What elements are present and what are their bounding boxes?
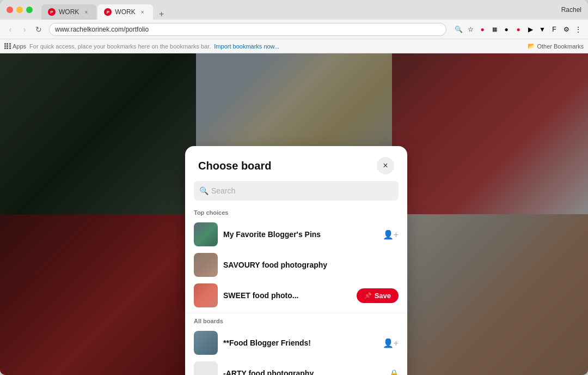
url-text: www.rachelkorinek.com/portfolio — [55, 26, 149, 33]
board-thumb-5 — [194, 361, 218, 375]
board-info-1: My Favorite Blogger's Pins — [223, 230, 377, 239]
ext7-icon[interactable]: ⚙ — [561, 24, 572, 35]
board-action-5: 🔒 — [389, 368, 399, 375]
collab-icon-1: 👤+ — [383, 230, 399, 239]
board-name-1: My Favorite Blogger's Pins — [223, 230, 377, 239]
new-tab-button[interactable]: + — [154, 9, 169, 20]
ext4-icon[interactable]: ▶ — [525, 24, 536, 35]
board-item-2[interactable]: SAVOURY food photography — [185, 250, 407, 280]
board-name-4: **Food Blogger Friends! — [223, 338, 377, 347]
nav-bar: ‹ › ↻ www.rachelkorinek.com/portfolio 🔍 … — [0, 20, 588, 39]
search-input[interactable] — [194, 181, 399, 201]
search-icon[interactable]: 🔍 — [453, 24, 464, 35]
ext1-icon[interactable]: ▦ — [489, 24, 500, 35]
tabs: P WORK × P WORK × + — [41, 0, 169, 20]
ext5-icon[interactable]: ▼ — [537, 24, 548, 35]
save-button-label: Save — [375, 292, 391, 300]
board-thumb-3 — [194, 283, 218, 307]
board-action-1: 👤+ — [383, 229, 399, 240]
forward-button[interactable]: › — [19, 23, 30, 35]
top-choices-label: Top choices — [185, 207, 407, 219]
close-button[interactable] — [7, 7, 13, 13]
board-action-3: 📌 Save — [357, 288, 399, 303]
lock-icon: 🔒 — [389, 369, 399, 375]
back-button[interactable]: ‹ — [4, 23, 16, 35]
maximize-button[interactable] — [26, 7, 33, 13]
apps-button[interactable]: Apps — [4, 43, 26, 50]
tab-label-2: WORK — [115, 8, 135, 16]
bookmark-icon[interactable]: ☆ — [465, 24, 476, 35]
board-thumb-4 — [194, 331, 218, 355]
search-icon: 🔍 — [199, 186, 209, 195]
tab-work-1[interactable]: P WORK × — [41, 4, 96, 20]
bookmarks-quick-access: For quick access, place your bookmarks h… — [29, 43, 211, 50]
page-content: Rachel Korinek Food Photographer Passion… — [0, 53, 588, 375]
all-boards-label: All boards — [185, 316, 407, 328]
modal-close-button[interactable]: × — [377, 157, 394, 174]
title-bar: P WORK × P WORK × + Rachel — [0, 0, 588, 20]
top-choices-list: My Favorite Blogger's Pins 👤+ SAVOURY fo… — [185, 219, 407, 311]
ext3-icon[interactable]: ● — [513, 24, 524, 35]
board-item-3[interactable]: SWEET food photo... 📌 Save — [185, 280, 407, 311]
import-link[interactable]: Import bookmarks now... — [214, 43, 279, 50]
modal-header: Choose board × — [185, 146, 407, 181]
tab-close-1[interactable]: × — [82, 8, 90, 16]
pinterest-icon: ● — [477, 24, 488, 35]
user-name: Rachel — [561, 6, 581, 14]
choose-board-modal: Choose board × 🔍 Top choices My Favorite… — [185, 146, 407, 375]
ext2-icon[interactable]: ● — [501, 24, 512, 35]
minimize-button[interactable] — [16, 7, 23, 13]
board-item-4[interactable]: **Food Blogger Friends! 👤+ — [185, 328, 407, 358]
tab-label-1: WORK — [59, 8, 79, 16]
reload-button[interactable]: ↻ — [33, 23, 45, 35]
board-info-4: **Food Blogger Friends! — [223, 338, 377, 347]
traffic-lights — [7, 7, 33, 13]
board-action-4: 👤+ — [383, 338, 399, 348]
bookmarks-bar: Apps For quick access, place your bookma… — [0, 39, 588, 53]
board-name-5: -ARTY food photography — [223, 369, 384, 375]
board-info-2: SAVOURY food photography — [223, 261, 399, 269]
all-boards-list: **Food Blogger Friends! 👤+ -ARTY food ph… — [185, 328, 407, 375]
board-item-5[interactable]: -ARTY food photography 🔒 — [185, 358, 407, 375]
collab-icon-4: 👤+ — [383, 338, 399, 348]
browser-window: P WORK × P WORK × + Rachel ‹ › ↻ www.rac… — [0, 0, 588, 375]
board-info-3: SWEET food photo... — [223, 291, 351, 300]
other-bookmarks[interactable]: 📂 Other Bookmarks — [528, 43, 584, 50]
board-thumb-2 — [194, 253, 218, 277]
save-pin-icon: 📌 — [364, 292, 372, 299]
apps-grid-icon — [4, 43, 11, 50]
tab-favicon-1: P — [48, 8, 56, 16]
modal-search: 🔍 — [194, 181, 399, 201]
board-name-3: SWEET food photo... — [223, 291, 351, 300]
apps-label: Apps — [13, 43, 26, 50]
modal-title: Choose board — [198, 160, 271, 172]
menu-icon[interactable]: ⋮ — [573, 24, 584, 35]
tab-close-2[interactable]: × — [139, 8, 146, 16]
tab-favicon-2: P — [104, 8, 112, 16]
save-button[interactable]: 📌 Save — [357, 288, 399, 303]
board-item-1[interactable]: My Favorite Blogger's Pins 👤+ — [185, 219, 407, 250]
board-name-2: SAVOURY food photography — [223, 261, 399, 269]
board-info-5: -ARTY food photography — [223, 369, 384, 375]
nav-icons: 🔍 ☆ ● ▦ ● ● ▶ ▼ F ⚙ ⋮ — [453, 24, 584, 35]
tab-work-2[interactable]: P WORK × — [97, 4, 152, 20]
divider — [185, 313, 407, 313]
ext6-icon[interactable]: F — [549, 24, 560, 35]
board-thumb-1 — [194, 222, 218, 246]
url-bar[interactable]: www.rachelkorinek.com/portfolio — [49, 23, 446, 36]
